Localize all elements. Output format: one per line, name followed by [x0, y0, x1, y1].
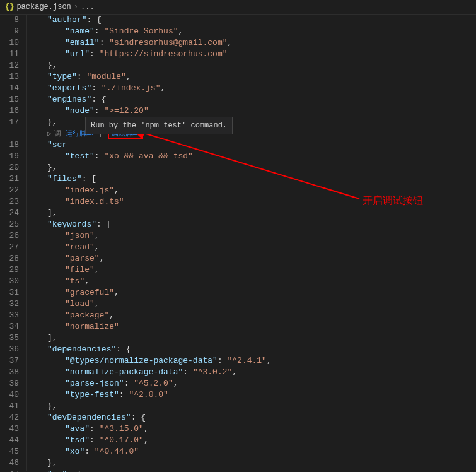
url-link[interactable]: https://sindresorhus.com	[104, 49, 222, 59]
breadcrumb-separator: ›	[74, 3, 78, 11]
code-editor[interactable]: 8 9 10 11 12 13 14 15 16 17 18 19 20 21 …	[0, 15, 476, 471]
line-number-gutter: 8 9 10 11 12 13 14 15 16 17 18 19 20 21 …	[0, 15, 26, 471]
play-icon: ▷	[47, 130, 52, 138]
codelens-prefix: 调	[54, 130, 61, 138]
annotation-label: 开启调试按钮	[363, 194, 423, 208]
breadcrumb[interactable]: {} package.json › ...	[0, 0, 476, 15]
json-file-icon: {}	[5, 3, 14, 11]
breadcrumb-ellipsis: ...	[81, 3, 95, 11]
breadcrumb-filename: package.json	[16, 3, 71, 11]
hover-tooltip: Run by the 'npm test' command.	[85, 117, 233, 134]
code-content[interactable]: "author": { "name": "Sindre Sorhus", "em…	[26, 15, 476, 471]
